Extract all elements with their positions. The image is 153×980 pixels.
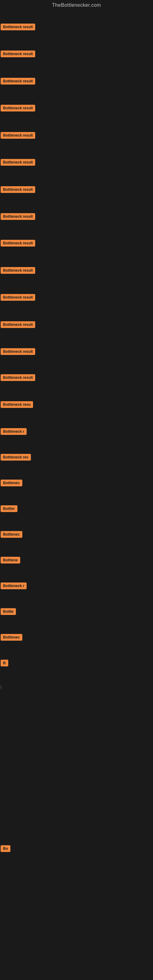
bottleneck-item-24: Bottlenec [1,633,22,643]
bottleneck-badge-16[interactable]: Bottleneck r [1,428,27,435]
bottleneck-item-7: Bottleneck result [1,186,35,195]
bottleneck-item-8: Bottleneck result [1,213,35,222]
bottleneck-badge-1[interactable]: Bottleneck result [1,24,35,30]
bottleneck-item-21: Bottlene [1,556,20,565]
bottleneck-badge-12[interactable]: Bottleneck result [1,321,35,328]
bottleneck-item-30: Bo [1,845,10,854]
bottleneck-item-26: | [1,685,2,689]
bottleneck-item-5: Bottleneck result [1,131,35,140]
bottleneck-item-16: Bottleneck r [1,428,27,437]
bottleneck-badge-3[interactable]: Bottleneck result [1,78,35,84]
bottleneck-badge-7[interactable]: Bottleneck result [1,186,35,193]
bottleneck-item-25: B [1,659,8,668]
bottleneck-badge-23[interactable]: Bottle [1,608,16,615]
bottleneck-badge-17[interactable]: Bottleneck res [1,454,31,461]
bottleneck-badge-10[interactable]: Bottleneck result [1,267,35,274]
bottleneck-item-10: Bottleneck result [1,266,35,275]
bottleneck-item-18: Bottlenec [1,479,22,488]
bottleneck-badge-25[interactable]: B [1,660,8,667]
bottleneck-item-12: Bottleneck result [1,321,35,330]
bottleneck-badge-20[interactable]: Bottlenec [1,531,22,538]
bottleneck-item-22: Bottleneck r [1,582,27,591]
bottleneck-item-23: Bottle [1,608,16,617]
bottleneck-badge-2[interactable]: Bottleneck result [1,51,35,57]
bottleneck-badge-21[interactable]: Bottlene [1,557,20,563]
bottleneck-item-2: Bottleneck result [1,50,35,59]
bottleneck-item-6: Bottleneck result [1,158,35,167]
bottleneck-badge-15[interactable]: Bottleneck resu [1,401,33,408]
bottleneck-item-19: Bottler [1,505,18,514]
bottleneck-badge-13[interactable]: Bottleneck result [1,348,35,355]
bottleneck-badge-9[interactable]: Bottleneck result [1,240,35,247]
bottleneck-item-9: Bottleneck result [1,239,35,248]
bottleneck-item-4: Bottleneck result [1,104,35,113]
bottleneck-item-20: Bottlenec [1,530,22,539]
bottleneck-badge-24[interactable]: Bottlenec [1,634,22,641]
bottleneck-badge-11[interactable]: Bottleneck result [1,294,35,301]
bottleneck-item-13: Bottleneck result [1,348,35,357]
bottleneck-item-15: Bottleneck resu [1,401,33,410]
bottleneck-badge-14[interactable]: Bottleneck result [1,374,35,381]
bottleneck-item-3: Bottleneck result [1,77,35,86]
bottleneck-item-14: Bottleneck result [1,374,35,383]
bottleneck-badge-18[interactable]: Bottlenec [1,480,22,486]
bottleneck-item-11: Bottleneck result [1,293,35,302]
bottleneck-badge-4[interactable]: Bottleneck result [1,105,35,111]
bottleneck-badge-6[interactable]: Bottleneck result [1,159,35,166]
bottleneck-item-1: Bottleneck result [1,23,35,32]
bottleneck-badge-30[interactable]: Bo [1,845,10,852]
bottleneck-badge-8[interactable]: Bottleneck result [1,213,35,220]
bottleneck-item-17: Bottleneck res [1,453,31,463]
site-title: TheBottlenecker.com [0,0,153,12]
bottleneck-badge-5[interactable]: Bottleneck result [1,132,35,139]
bottleneck-badge-22[interactable]: Bottleneck r [1,582,27,589]
bottleneck-badge-19[interactable]: Bottler [1,505,18,512]
